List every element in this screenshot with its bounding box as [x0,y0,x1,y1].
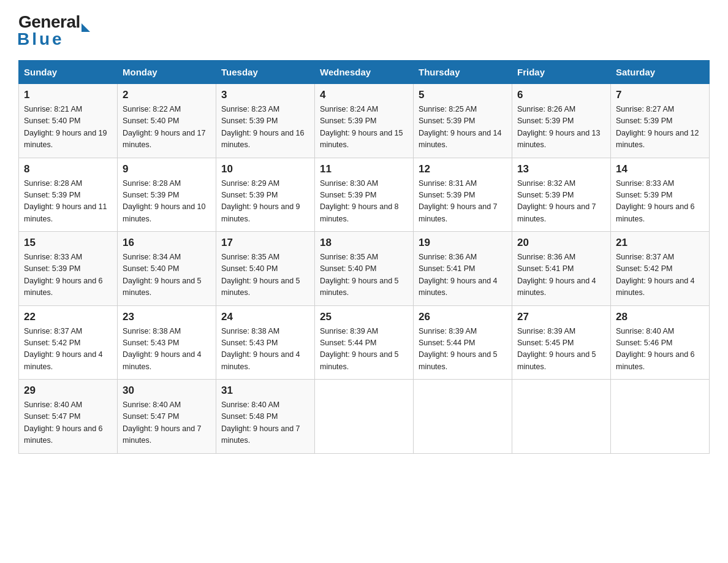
day-number: 18 [320,237,408,249]
calendar-cell: 22 Sunrise: 8:37 AM Sunset: 5:42 PM Dayl… [19,305,118,380]
day-info: Sunrise: 8:25 AM Sunset: 5:39 PM Dayligh… [419,104,507,151]
calendar-cell [414,380,512,454]
day-info: Sunrise: 8:33 AM Sunset: 5:39 PM Dayligh… [24,251,112,299]
day-info: Sunrise: 8:35 AM Sunset: 5:40 PM Dayligh… [221,251,309,299]
calendar-cell: 12 Sunrise: 8:31 AM Sunset: 5:39 PM Dayl… [414,158,512,232]
calendar-week-row: 15 Sunrise: 8:33 AM Sunset: 5:39 PM Dayl… [19,232,710,306]
calendar-cell: 19 Sunrise: 8:36 AM Sunset: 5:41 PM Dayl… [414,232,512,306]
calendar-week-row: 8 Sunrise: 8:28 AM Sunset: 5:39 PM Dayli… [19,158,710,232]
day-info: Sunrise: 8:40 AM Sunset: 5:47 PM Dayligh… [123,399,211,447]
calendar-cell: 5 Sunrise: 8:25 AM Sunset: 5:39 PM Dayli… [414,84,512,158]
day-info: Sunrise: 8:36 AM Sunset: 5:41 PM Dayligh… [517,251,605,299]
day-info: Sunrise: 8:37 AM Sunset: 5:42 PM Dayligh… [616,251,704,299]
day-number: 28 [616,311,704,323]
day-info: Sunrise: 8:28 AM Sunset: 5:39 PM Dayligh… [24,178,112,226]
calendar-cell: 7 Sunrise: 8:27 AM Sunset: 5:39 PM Dayli… [611,84,710,158]
calendar-cell [611,380,710,454]
day-info: Sunrise: 8:28 AM Sunset: 5:39 PM Dayligh… [123,178,211,226]
day-info: Sunrise: 8:29 AM Sunset: 5:39 PM Dayligh… [221,178,309,226]
calendar-cell: 16 Sunrise: 8:34 AM Sunset: 5:40 PM Dayl… [118,232,216,306]
day-number: 11 [320,163,408,175]
day-info: Sunrise: 8:30 AM Sunset: 5:39 PM Dayligh… [320,178,408,226]
day-info: Sunrise: 8:26 AM Sunset: 5:39 PM Dayligh… [517,104,605,151]
day-number: 21 [616,237,704,249]
calendar-cell [315,380,414,454]
day-info: Sunrise: 8:39 AM Sunset: 5:44 PM Dayligh… [320,326,408,373]
weekday-header-saturday: Saturday [611,61,710,84]
weekday-header-monday: Monday [118,61,216,84]
calendar-week-row: 22 Sunrise: 8:37 AM Sunset: 5:42 PM Dayl… [19,305,710,380]
day-number: 4 [320,89,408,101]
day-info: Sunrise: 8:40 AM Sunset: 5:47 PM Dayligh… [24,399,112,447]
day-info: Sunrise: 8:32 AM Sunset: 5:39 PM Dayligh… [517,178,605,226]
calendar-cell: 2 Sunrise: 8:22 AM Sunset: 5:40 PM Dayli… [118,84,216,158]
calendar-cell: 13 Sunrise: 8:32 AM Sunset: 5:39 PM Dayl… [512,158,611,232]
logo-blue-text: Blue [17,29,64,49]
calendar-cell: 30 Sunrise: 8:40 AM Sunset: 5:47 PM Dayl… [118,380,216,454]
weekday-header-wednesday: Wednesday [315,61,414,84]
calendar-cell [512,380,611,454]
weekday-header-sunday: Sunday [19,61,118,84]
calendar-cell: 11 Sunrise: 8:30 AM Sunset: 5:39 PM Dayl… [315,158,414,232]
day-info: Sunrise: 8:21 AM Sunset: 5:40 PM Dayligh… [24,104,112,151]
calendar-cell: 20 Sunrise: 8:36 AM Sunset: 5:41 PM Dayl… [512,232,611,306]
calendar-body: 1 Sunrise: 8:21 AM Sunset: 5:40 PM Dayli… [19,84,710,454]
logo: General Blue [18,12,90,49]
calendar-cell: 28 Sunrise: 8:40 AM Sunset: 5:46 PM Dayl… [611,305,710,380]
logo-triangle-icon [82,23,90,32]
calendar-cell: 17 Sunrise: 8:35 AM Sunset: 5:40 PM Dayl… [216,232,315,306]
calendar-cell: 29 Sunrise: 8:40 AM Sunset: 5:47 PM Dayl… [19,380,118,454]
day-number: 9 [123,163,211,175]
day-number: 23 [123,311,211,323]
day-number: 20 [517,237,605,249]
day-info: Sunrise: 8:36 AM Sunset: 5:41 PM Dayligh… [419,251,507,299]
calendar-cell: 6 Sunrise: 8:26 AM Sunset: 5:39 PM Dayli… [512,84,611,158]
day-info: Sunrise: 8:39 AM Sunset: 5:44 PM Dayligh… [419,326,507,373]
day-info: Sunrise: 8:39 AM Sunset: 5:45 PM Dayligh… [517,326,605,373]
day-info: Sunrise: 8:22 AM Sunset: 5:40 PM Dayligh… [123,104,211,151]
day-number: 13 [517,163,605,175]
calendar-cell: 21 Sunrise: 8:37 AM Sunset: 5:42 PM Dayl… [611,232,710,306]
day-number: 2 [123,89,211,101]
day-number: 26 [419,311,507,323]
day-info: Sunrise: 8:38 AM Sunset: 5:43 PM Dayligh… [123,326,211,373]
day-number: 6 [517,89,605,101]
day-number: 25 [320,311,408,323]
day-number: 8 [24,163,112,175]
day-number: 1 [24,89,112,101]
day-number: 16 [123,237,211,249]
day-number: 19 [419,237,507,249]
day-number: 3 [221,89,309,101]
calendar-cell: 4 Sunrise: 8:24 AM Sunset: 5:39 PM Dayli… [315,84,414,158]
calendar-header: SundayMondayTuesdayWednesdayThursdayFrid… [19,61,710,84]
calendar-week-row: 1 Sunrise: 8:21 AM Sunset: 5:40 PM Dayli… [19,84,710,158]
day-number: 5 [419,89,507,101]
calendar-cell: 15 Sunrise: 8:33 AM Sunset: 5:39 PM Dayl… [19,232,118,306]
day-number: 27 [517,311,605,323]
weekday-header-thursday: Thursday [414,61,512,84]
weekday-header-tuesday: Tuesday [216,61,315,84]
day-number: 22 [24,311,112,323]
day-info: Sunrise: 8:35 AM Sunset: 5:40 PM Dayligh… [320,251,408,299]
calendar-cell: 26 Sunrise: 8:39 AM Sunset: 5:44 PM Dayl… [414,305,512,380]
day-info: Sunrise: 8:40 AM Sunset: 5:46 PM Dayligh… [616,326,704,373]
calendar-cell: 9 Sunrise: 8:28 AM Sunset: 5:39 PM Dayli… [118,158,216,232]
day-number: 30 [123,385,211,397]
day-number: 17 [221,237,309,249]
day-info: Sunrise: 8:31 AM Sunset: 5:39 PM Dayligh… [419,178,507,226]
day-number: 7 [616,89,704,101]
day-info: Sunrise: 8:34 AM Sunset: 5:40 PM Dayligh… [123,251,211,299]
day-info: Sunrise: 8:37 AM Sunset: 5:42 PM Dayligh… [24,326,112,373]
day-info: Sunrise: 8:23 AM Sunset: 5:39 PM Dayligh… [221,104,309,151]
day-number: 31 [221,385,309,397]
calendar-cell: 10 Sunrise: 8:29 AM Sunset: 5:39 PM Dayl… [216,158,315,232]
day-number: 15 [24,237,112,249]
calendar-cell: 23 Sunrise: 8:38 AM Sunset: 5:43 PM Dayl… [118,305,216,380]
day-info: Sunrise: 8:24 AM Sunset: 5:39 PM Dayligh… [320,104,408,151]
calendar-cell: 3 Sunrise: 8:23 AM Sunset: 5:39 PM Dayli… [216,84,315,158]
calendar-week-row: 29 Sunrise: 8:40 AM Sunset: 5:47 PM Dayl… [19,380,710,454]
day-number: 14 [616,163,704,175]
calendar-cell: 8 Sunrise: 8:28 AM Sunset: 5:39 PM Dayli… [19,158,118,232]
weekday-header-friday: Friday [512,61,611,84]
calendar-cell: 14 Sunrise: 8:33 AM Sunset: 5:39 PM Dayl… [611,158,710,232]
